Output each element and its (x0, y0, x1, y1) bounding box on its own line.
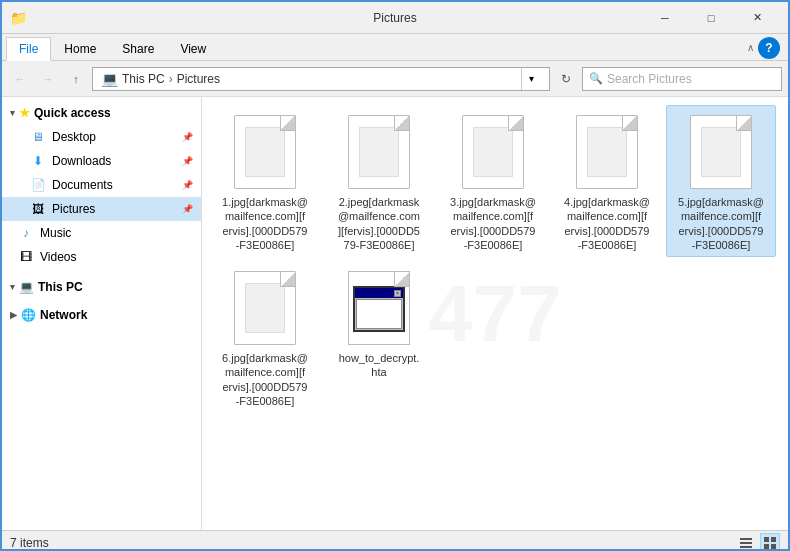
music-icon: ♪ (18, 225, 34, 241)
close-button[interactable]: ✕ (734, 2, 780, 34)
sidebar-item-music[interactable]: ♪ Music (2, 221, 201, 245)
file-item-3[interactable]: 3.jpg[darkmask@mailfence.com][fervis].[0… (438, 105, 548, 257)
ribbon-chevron-icon[interactable]: ∧ (747, 42, 754, 53)
path-separator-1: › (169, 72, 173, 86)
folder-icon: 📁 (10, 10, 26, 26)
pin-icon-pics: 📌 (182, 204, 193, 214)
view-controls (736, 533, 780, 552)
file-item-2[interactable]: 2.jpeg[darkmask@mailfence.com][fervis].[… (324, 105, 434, 257)
ribbon-tab-bar: File Home Share View (2, 34, 747, 60)
sidebar-item-documents[interactable]: 📄 Documents 📌 (2, 173, 201, 197)
sidebar: ▾ ★ Quick access 🖥 Desktop 📌 ⬇ Downloads… (2, 97, 202, 530)
file-icon-6 (229, 268, 301, 348)
file-grid: 1.jpg[darkmask@mailfence.com][fervis].[0… (210, 105, 780, 413)
help-button[interactable]: ? (758, 37, 780, 59)
file-name-1: 1.jpg[darkmask@mailfence.com][fervis].[0… (222, 195, 308, 252)
up-button[interactable]: ↑ (64, 67, 88, 91)
list-view-icon (739, 536, 753, 550)
network-sidebar-label: Network (40, 308, 87, 322)
hta-btn-icon: × (394, 290, 401, 297)
file-name-3: 3.jpg[darkmask@mailfence.com][fervis].[0… (450, 195, 536, 252)
pictures-label: Pictures (52, 202, 176, 216)
minimize-button[interactable]: ─ (642, 2, 688, 34)
svg-rect-4 (771, 537, 776, 542)
sidebar-group-thispc[interactable]: ▾ 💻 This PC (2, 275, 201, 299)
file-name-hta: how_to_decrypt.hta (339, 351, 420, 380)
sidebar-item-pictures[interactable]: 🖼 Pictures 📌 (2, 197, 201, 221)
pin-icon: 📌 (182, 132, 193, 142)
refresh-button[interactable]: ↻ (554, 67, 578, 91)
svg-rect-1 (740, 542, 752, 544)
pin-icon-dl: 📌 (182, 156, 193, 166)
svg-rect-5 (764, 544, 769, 549)
file-icon-4 (571, 112, 643, 192)
svg-rect-6 (771, 544, 776, 549)
ribbon: File Home Share View ∧ ? (2, 34, 788, 61)
tab-file[interactable]: File (6, 37, 51, 61)
sidebar-item-downloads[interactable]: ⬇ Downloads 📌 (2, 149, 201, 173)
sidebar-item-desktop[interactable]: 🖥 Desktop 📌 (2, 125, 201, 149)
maximize-button[interactable]: □ (688, 2, 734, 34)
quick-access-label: Quick access (34, 106, 111, 120)
desktop-label: Desktop (52, 130, 176, 144)
expand-arrow-icon: ▾ (10, 108, 15, 118)
item-count: 7 items (10, 536, 49, 550)
file-name-4: 4.jpg[darkmask@mailfence.com][fervis].[0… (564, 195, 650, 252)
path-dropdown-button[interactable]: ▾ (521, 68, 541, 90)
sidebar-item-videos[interactable]: 🎞 Videos (2, 245, 201, 269)
main-layout: ▾ ★ Quick access 🖥 Desktop 📌 ⬇ Downloads… (2, 97, 788, 530)
pictures-icon: 🖼 (30, 201, 46, 217)
this-pc-sidebar-icon: 💻 (19, 280, 34, 294)
file-icon-hta: × (343, 268, 415, 348)
downloads-icon: ⬇ (30, 153, 46, 169)
file-icon-1 (229, 112, 301, 192)
expand-arrow-thispc-icon: ▾ (10, 282, 15, 292)
svg-rect-0 (740, 538, 752, 540)
path-this-pc[interactable]: This PC (122, 72, 165, 86)
file-item-5[interactable]: 5.jpg[darkmask@mailfence.com][fervis].[0… (666, 105, 776, 257)
file-item-hta[interactable]: × how_to_decrypt.hta (324, 261, 434, 413)
icon-view-button[interactable] (760, 533, 780, 552)
documents-label: Documents (52, 178, 176, 192)
pin-icon-docs: 📌 (182, 180, 193, 190)
title-bar-icons: 📁 (10, 10, 26, 26)
title-bar: 📁 Pictures ─ □ ✕ (2, 2, 788, 34)
window-controls: ─ □ ✕ (642, 2, 780, 34)
search-icon: 🔍 (589, 72, 603, 85)
this-pc-sidebar-label: This PC (38, 280, 83, 294)
tab-home[interactable]: Home (51, 37, 109, 61)
file-name-2: 2.jpeg[darkmask@mailfence.com][fervis].[… (338, 195, 420, 252)
tab-view[interactable]: View (167, 37, 219, 61)
list-view-button[interactable] (736, 533, 756, 552)
path-pictures[interactable]: Pictures (177, 72, 220, 86)
videos-icon: 🎞 (18, 249, 34, 265)
file-item-1[interactable]: 1.jpg[darkmask@mailfence.com][fervis].[0… (210, 105, 320, 257)
file-item-4[interactable]: 4.jpg[darkmask@mailfence.com][fervis].[0… (552, 105, 662, 257)
expand-arrow-network-icon: ▶ (10, 310, 17, 320)
sidebar-group-quick-access[interactable]: ▾ ★ Quick access (2, 101, 201, 125)
svg-rect-3 (764, 537, 769, 542)
forward-button[interactable]: → (36, 67, 60, 91)
file-name-6: 6.jpg[darkmask@mailfence.com][fervis].[0… (222, 351, 308, 408)
status-bar: 7 items (2, 530, 788, 551)
desktop-icon: 🖥 (30, 129, 46, 145)
file-item-6[interactable]: 6.jpg[darkmask@mailfence.com][fervis].[0… (210, 261, 320, 413)
window-title: Pictures (373, 11, 416, 25)
tab-share[interactable]: Share (109, 37, 167, 61)
search-placeholder: Search Pictures (607, 72, 692, 86)
icon-view-icon (763, 536, 777, 550)
address-bar: ← → ↑ 💻 This PC › Pictures ▾ ↻ 🔍 Search … (2, 61, 788, 97)
address-path[interactable]: 💻 This PC › Pictures ▾ (92, 67, 550, 91)
back-button[interactable]: ← (8, 67, 32, 91)
search-box[interactable]: 🔍 Search Pictures (582, 67, 782, 91)
videos-label: Videos (40, 250, 193, 264)
documents-icon: 📄 (30, 177, 46, 193)
sidebar-group-network[interactable]: ▶ 🌐 Network (2, 303, 201, 327)
quick-access-star-icon: ★ (19, 106, 30, 120)
downloads-label: Downloads (52, 154, 176, 168)
file-icon-2 (343, 112, 415, 192)
file-area: 477 1.jpg[darkmask@mailfence.com][fervis… (202, 97, 788, 530)
file-icon-5 (685, 112, 757, 192)
music-label: Music (40, 226, 193, 240)
this-pc-icon: 💻 (101, 71, 118, 87)
